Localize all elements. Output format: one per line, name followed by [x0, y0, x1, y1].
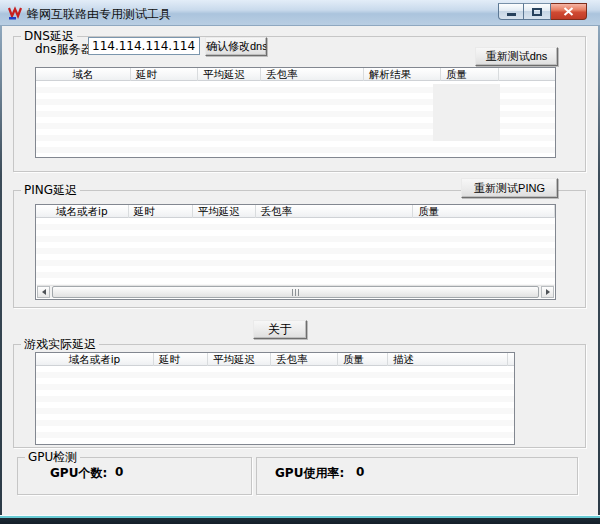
column-header-3[interactable]: 平均延迟: [208, 353, 271, 366]
window-title: 蜂网互联路由专用测试工具: [27, 6, 171, 23]
gpu-count-value: 0: [115, 465, 123, 479]
column-header-6[interactable]: 质量: [441, 68, 499, 81]
maximize-icon: [532, 8, 542, 16]
gpu-count-label: GPU个数:: [50, 465, 107, 482]
ping-table-hscrollbar[interactable]: [37, 285, 554, 298]
confirm-dns-button[interactable]: 确认修改dns: [205, 37, 267, 56]
game-group-title: 游戏实际延迟: [21, 337, 99, 351]
column-header-3[interactable]: 平均延迟: [193, 205, 256, 218]
column-header-5[interactable]: 质量: [413, 205, 555, 218]
scrollbar-grip-icon: [292, 289, 300, 296]
minimize-icon: [507, 13, 516, 16]
column-header-4[interactable]: 丢包率: [256, 205, 414, 218]
column-header-2[interactable]: 延时: [154, 353, 208, 366]
about-button[interactable]: 关于: [253, 320, 307, 339]
column-header-6[interactable]: 描述: [388, 353, 508, 366]
column-header-2[interactable]: 延时: [131, 68, 198, 81]
retest-dns-button[interactable]: 重新测试dns: [475, 47, 558, 66]
column-header-4[interactable]: 丢包率: [271, 353, 338, 366]
dns-server-input[interactable]: [88, 37, 200, 55]
window-frame-bottom: [0, 515, 600, 524]
window-frame-left: [0, 26, 2, 524]
close-icon: [563, 7, 574, 16]
ping-group-title: PING延迟: [21, 183, 80, 197]
column-header-4[interactable]: 丢包率: [261, 68, 364, 81]
column-header-5[interactable]: 解析结果: [364, 68, 441, 81]
dns-table: 域名延时平均延迟丢包率解析结果质量: [35, 67, 556, 158]
game-table-header: 域名或者ip延时平均延迟丢包率质量描述: [36, 353, 514, 366]
game-table: 域名或者ip延时平均延迟丢包率质量描述: [35, 352, 515, 445]
scroll-right-arrow[interactable]: [541, 286, 554, 298]
left-arrow-icon: [42, 289, 46, 295]
gpu-usage-label: GPU使用率:: [275, 465, 344, 482]
maximize-button[interactable]: [524, 3, 551, 20]
column-header-1[interactable]: 域名或者ip: [36, 205, 129, 218]
titlebar[interactable]: 蜂网互联路由专用测试工具: [0, 0, 600, 26]
column-header-3[interactable]: 平均延迟: [198, 68, 261, 81]
scroll-left-arrow[interactable]: [37, 286, 50, 298]
scrollbar-thumb[interactable]: [52, 286, 539, 298]
right-arrow-icon: [546, 289, 550, 295]
app-icon: [7, 5, 23, 21]
retest-ping-button[interactable]: 重新测试PING: [461, 178, 558, 198]
dns-server-label: dns服务器: [35, 41, 92, 58]
ping-table-header: 域名或者ip延时平均延迟丢包率质量: [36, 205, 555, 218]
app-window: 蜂网互联路由专用测试工具 DNS延迟 dns服务器 确认修改dns 重新测试dn…: [0, 0, 600, 524]
ping-table-body[interactable]: [36, 218, 555, 286]
dns-table-body[interactable]: [36, 81, 555, 157]
column-header-1[interactable]: 域名: [36, 68, 131, 81]
ping-table: 域名或者ip延时平均延迟丢包率质量: [35, 204, 556, 300]
gpu-group-title: GPU检测: [25, 450, 80, 464]
minimize-button[interactable]: [498, 3, 524, 20]
column-header-5[interactable]: 质量: [338, 353, 388, 366]
game-table-body[interactable]: [36, 366, 514, 444]
gpu-usage-value: 0: [356, 465, 364, 479]
dns-table-header: 域名延时平均延迟丢包率解析结果质量: [36, 68, 555, 81]
window-controls: [498, 3, 587, 20]
close-button[interactable]: [551, 3, 587, 20]
dns-table-artifact: [433, 84, 500, 141]
column-header-1[interactable]: 域名或者ip: [36, 353, 154, 366]
column-header-2[interactable]: 延时: [129, 205, 193, 218]
